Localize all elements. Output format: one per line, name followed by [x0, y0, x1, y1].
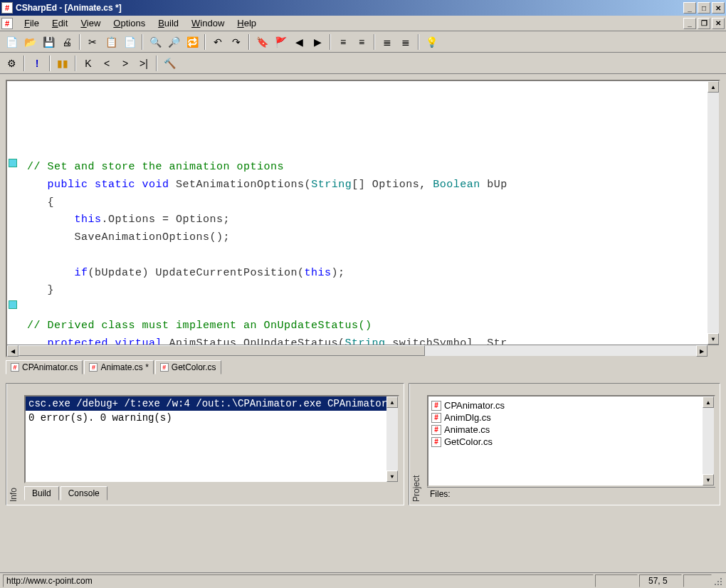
build-output[interactable]: csc.exe /debug+ /t:exe /w:4 /out:.\CPAni…: [24, 395, 399, 483]
indent-icon[interactable]: ≡: [353, 33, 370, 51]
scroll-up-icon[interactable]: ▲: [707, 81, 719, 93]
outdent-icon[interactable]: ≡: [335, 33, 352, 51]
scroll-down-icon[interactable]: ▼: [707, 333, 719, 345]
menu-edit[interactable]: Edit: [46, 16, 73, 30]
code-editor[interactable]: // Set and store the animation options p…: [7, 81, 719, 345]
file-icon: #: [431, 437, 441, 447]
comment-icon[interactable]: ≣: [379, 33, 396, 51]
info-panel: Info csc.exe /debug+ /t:exe /w:4 /out:.\…: [6, 383, 404, 505]
scroll-up-icon[interactable]: ▲: [386, 397, 398, 408]
copy-icon[interactable]: 📋: [102, 33, 120, 51]
menu-help[interactable]: Help: [231, 16, 262, 30]
svg-rect-2: [720, 581, 722, 582]
menu-window[interactable]: Window: [186, 16, 230, 30]
print-icon[interactable]: 🖨: [58, 33, 75, 51]
menu-view[interactable]: View: [75, 16, 106, 30]
scroll-down-icon[interactable]: ▼: [703, 474, 714, 485]
mdi-minimize-button[interactable]: _: [683, 18, 696, 29]
find-icon[interactable]: 🔍: [147, 33, 164, 51]
project-file-list[interactable]: #CPAnimator.cs #AnimDlg.cs #Animate.cs #…: [427, 395, 715, 487]
mdi-restore-button[interactable]: ❐: [698, 18, 710, 29]
next-icon[interactable]: >: [117, 55, 134, 72]
bookmark-marker[interactable]: [9, 300, 17, 309]
output-scrollbar[interactable]: ▲ ▼: [386, 397, 398, 482]
list-item[interactable]: #AnimDlg.cs: [431, 411, 711, 424]
status-url: http://www.c-point.com: [3, 574, 594, 587]
vertical-scrollbar[interactable]: ▲ ▼: [707, 81, 719, 345]
tab-cpanimator[interactable]: #CPAnimator.cs: [6, 360, 83, 374]
resize-grip-icon[interactable]: [712, 575, 723, 587]
scroll-down-icon[interactable]: ▼: [386, 471, 398, 482]
code-comment: // Set and store the animation options: [27, 161, 284, 173]
tools-icon[interactable]: 🔨: [161, 55, 178, 72]
file-icon: #: [431, 413, 441, 423]
minimize-button[interactable]: _: [683, 2, 696, 14]
scroll-thumb[interactable]: [19, 345, 425, 356]
code-comment: // Derived class must implement an OnUpd…: [27, 320, 372, 332]
new-icon[interactable]: 📄: [3, 33, 20, 51]
compile-icon[interactable]: ⚙: [3, 55, 20, 72]
cut-icon[interactable]: ✂: [84, 33, 101, 51]
file-icon: #: [160, 363, 169, 372]
svg-rect-3: [715, 584, 716, 585]
svg-rect-5: [720, 584, 722, 585]
last-icon[interactable]: >|: [135, 55, 152, 72]
status-cursor-position: 57, 5: [639, 574, 682, 587]
titlebar: # CSharpEd - [Animate.cs *] _ □ ✕: [0, 0, 726, 16]
bookmark-next-icon[interactable]: ▶: [309, 33, 326, 51]
toolbar-debug: ⚙ ! ▮▮ K < > >| 🔨: [0, 53, 726, 74]
paste-icon[interactable]: 📄: [121, 33, 138, 51]
menu-options[interactable]: Options: [107, 16, 151, 30]
menu-file[interactable]: File: [19, 16, 45, 30]
document-icon[interactable]: #: [1, 18, 13, 29]
bookmark-marker[interactable]: [9, 159, 17, 167]
tab-build[interactable]: Build: [24, 486, 59, 500]
tab-getcolor[interactable]: #GetColor.cs: [155, 360, 221, 374]
list-item[interactable]: #GetColor.cs: [431, 436, 711, 448]
bottom-panels: Info csc.exe /debug+ /t:exe /w:4 /out:.\…: [0, 380, 726, 508]
build-icon[interactable]: ▮▮: [54, 55, 71, 72]
save-icon[interactable]: 💾: [40, 33, 57, 51]
undo-icon[interactable]: ↶: [209, 33, 226, 51]
scroll-left-icon[interactable]: ◀: [7, 345, 19, 357]
tab-animate[interactable]: #Animate.cs *: [84, 360, 153, 374]
scroll-up-icon[interactable]: ▲: [703, 397, 714, 408]
uncomment-icon[interactable]: ≣: [397, 33, 414, 51]
info-panel-label: Info: [6, 384, 20, 505]
bookmark-clear-icon[interactable]: 🚩: [272, 33, 289, 51]
scroll-right-icon[interactable]: ▶: [696, 345, 707, 357]
editor-area: // Set and store the animation options p…: [0, 74, 726, 380]
replace-icon[interactable]: 🔁: [184, 33, 201, 51]
horizontal-scrollbar[interactable]: ◀ ▶: [7, 345, 719, 356]
menubar-row: # File Edit View Options Build Window He…: [0, 16, 726, 31]
list-item[interactable]: #CPAnimator.cs: [431, 399, 711, 411]
app-icon: #: [1, 2, 13, 14]
editor-frame: // Set and store the animation options p…: [6, 80, 720, 357]
menubar: File Edit View Options Build Window Help: [19, 16, 683, 30]
prev-icon[interactable]: <: [98, 55, 115, 72]
maximize-button[interactable]: □: [698, 2, 710, 14]
redo-icon[interactable]: ↷: [228, 33, 245, 51]
mdi-close-button[interactable]: ✕: [712, 18, 725, 29]
files-label: Files:: [427, 487, 715, 500]
first-icon[interactable]: K: [80, 55, 97, 72]
run-icon[interactable]: !: [28, 55, 46, 72]
svg-rect-4: [717, 584, 719, 585]
output-command: csc.exe /debug+ /t:exe /w:4 /out:.\CPAni…: [26, 397, 398, 411]
bookmark-prev-icon[interactable]: ◀: [290, 33, 307, 51]
status-empty2: [683, 574, 712, 587]
statusbar: http://www.c-point.com 57, 5: [0, 572, 726, 588]
help-icon[interactable]: 💡: [423, 33, 440, 51]
document-tabs: #CPAnimator.cs #Animate.cs * #GetColor.c…: [6, 360, 720, 374]
open-icon[interactable]: 📂: [21, 33, 38, 51]
status-empty: [595, 574, 638, 587]
find-next-icon[interactable]: 🔎: [165, 33, 182, 51]
tab-console[interactable]: Console: [60, 486, 107, 500]
bookmark-toggle-icon[interactable]: 🔖: [253, 33, 270, 51]
list-item[interactable]: #Animate.cs: [431, 424, 711, 436]
svg-rect-1: [717, 581, 719, 582]
menu-build[interactable]: Build: [152, 16, 184, 30]
gutter: [7, 88, 21, 159]
close-button[interactable]: ✕: [712, 2, 725, 14]
filelist-scrollbar[interactable]: ▲ ▼: [703, 397, 714, 485]
